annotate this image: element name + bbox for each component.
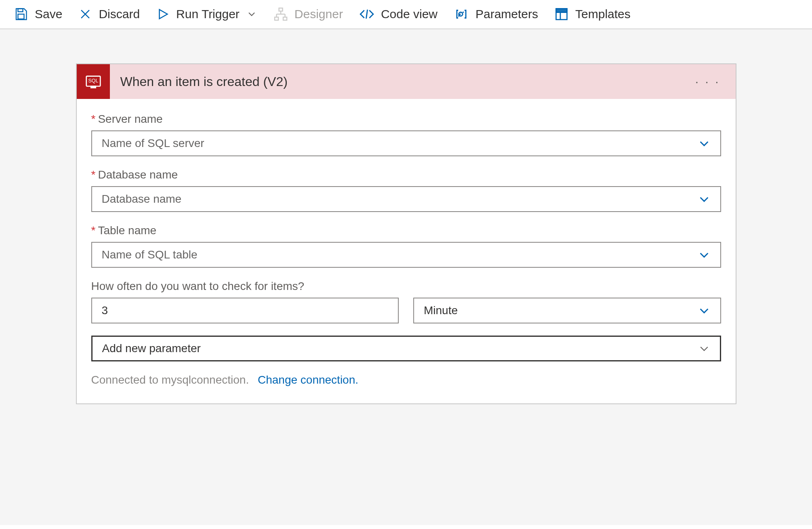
frequency-label-text: How often do you want to check for items… [91, 280, 305, 293]
designer-canvas: SQL When an item is created (V2) · · · *… [0, 29, 812, 525]
server-name-label-text: Server name [98, 113, 162, 126]
interval-value: 3 [102, 304, 108, 317]
play-icon [156, 7, 170, 21]
templates-icon [554, 7, 569, 21]
svg-rect-7 [283, 17, 287, 21]
save-button[interactable]: Save [14, 7, 62, 21]
connection-info: Connected to mysqlconnection. Change con… [91, 374, 721, 386]
trigger-card-header[interactable]: SQL When an item is created (V2) · · · [77, 64, 736, 99]
svg-rect-0 [18, 9, 23, 12]
chevron-down-icon [698, 137, 711, 150]
close-icon [78, 7, 92, 21]
svg-line-12 [366, 10, 367, 19]
parameters-button[interactable]: Parameters [454, 6, 538, 22]
parameters-icon [454, 6, 469, 22]
parameters-label: Parameters [475, 7, 538, 21]
run-trigger-label: Run Trigger [176, 7, 240, 21]
database-name-label-text: Database name [98, 168, 178, 181]
discard-label: Discard [99, 7, 140, 21]
server-name-dropdown[interactable]: Name of SQL server [91, 130, 721, 156]
chevron-down-icon [246, 8, 257, 20]
templates-button[interactable]: Templates [554, 7, 631, 21]
interval-input[interactable]: 3 [91, 298, 399, 323]
templates-label: Templates [575, 7, 631, 21]
trigger-card-title: When an item is created (V2) [120, 74, 690, 89]
chevron-down-icon [698, 342, 710, 355]
add-parameter-text: Add new parameter [102, 342, 201, 355]
required-marker: * [91, 224, 96, 237]
svg-rect-5 [279, 8, 282, 11]
frequency-label: How often do you want to check for items… [91, 280, 721, 293]
trigger-card: SQL When an item is created (V2) · · · *… [76, 63, 736, 404]
sql-connector-icon: SQL [77, 64, 110, 99]
chevron-down-icon [698, 304, 711, 317]
database-name-dropdown[interactable]: Database name [91, 186, 721, 212]
interval-unit-value: Minute [424, 304, 458, 317]
database-name-field: * Database name Database name [91, 168, 721, 212]
svg-rect-6 [275, 17, 278, 21]
run-trigger-button[interactable]: Run Trigger [156, 7, 257, 21]
save-icon [14, 7, 28, 21]
frequency-field: How often do you want to check for items… [91, 280, 721, 361]
server-name-field: * Server name Name of SQL server [91, 113, 721, 156]
save-label: Save [35, 7, 62, 21]
change-connection-link[interactable]: Change connection. [258, 374, 358, 386]
table-name-label: * Table name [91, 224, 721, 237]
flowchart-icon [273, 7, 288, 21]
add-parameter-dropdown[interactable]: Add new parameter [91, 336, 721, 361]
svg-marker-4 [160, 10, 168, 19]
trigger-card-body: * Server name Name of SQL server * Datab… [77, 99, 736, 403]
required-marker: * [91, 113, 96, 126]
connected-text: Connected to mysqlconnection. [91, 374, 249, 386]
card-menu-button[interactable]: · · · [690, 71, 726, 92]
chevron-down-icon [698, 193, 711, 206]
database-name-value: Database name [102, 193, 182, 206]
svg-rect-1 [18, 14, 24, 19]
required-marker: * [91, 168, 96, 181]
code-view-label: Code view [381, 7, 438, 21]
svg-text:SQL: SQL [88, 78, 98, 84]
chevron-down-icon [698, 248, 711, 261]
svg-rect-18 [556, 9, 567, 13]
designer-label: Designer [295, 7, 343, 21]
designer-button[interactable]: Designer [273, 7, 343, 21]
code-icon [359, 6, 374, 22]
table-name-field: * Table name Name of SQL table [91, 224, 721, 268]
toolbar: Save Discard Run Trigger Designer [0, 0, 812, 29]
code-view-button[interactable]: Code view [359, 6, 438, 22]
server-name-value: Name of SQL server [102, 137, 204, 150]
more-icon: · · · [695, 75, 720, 88]
table-name-dropdown[interactable]: Name of SQL table [91, 242, 721, 268]
svg-rect-20 [91, 86, 96, 88]
table-name-label-text: Table name [98, 224, 156, 237]
table-name-value: Name of SQL table [102, 248, 198, 261]
server-name-label: * Server name [91, 113, 721, 126]
interval-unit-dropdown[interactable]: Minute [413, 298, 721, 323]
database-name-label: * Database name [91, 168, 721, 181]
discard-button[interactable]: Discard [78, 7, 140, 21]
